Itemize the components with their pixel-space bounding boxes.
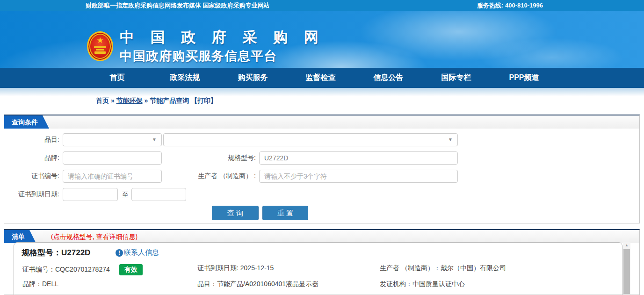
- list-panel-title: 清单: [4, 230, 36, 243]
- manufacturer-input[interactable]: [259, 170, 458, 183]
- expiry-date-to-input[interactable]: [131, 188, 186, 201]
- nav-item-purchase-service[interactable]: 购买服务: [219, 73, 287, 83]
- chevron-down-icon: ▼: [152, 134, 157, 146]
- site-title-main: 中 国 政 府 采 购 网: [120, 28, 325, 47]
- nav-gradient-fade: [0, 88, 644, 96]
- category-value: 品目：节能产品/A0201060401液晶显示器: [197, 280, 318, 288]
- query-panel-header: 查询条件: [4, 115, 639, 129]
- chevron-down-icon: ▼: [448, 134, 453, 146]
- site-title-sub: 中国政府购买服务信息平台: [120, 48, 325, 65]
- nav-item-ppp[interactable]: PPP频道: [490, 73, 558, 83]
- result-card: 规格型号：U2722D ! 联系人信息 证书编号：CQC20701278274 …: [14, 242, 622, 295]
- emblem-gate-shape: [94, 51, 106, 54]
- manufacturer-label: 生产者 （制造商） :: [145, 170, 256, 182]
- print-link[interactable]: 【打印】: [191, 97, 217, 104]
- breadcrumb-separator: »: [144, 97, 148, 104]
- reset-button[interactable]: 重 置: [262, 206, 308, 220]
- certificate-expiry-label: 证书到期日期:: [4, 188, 59, 201]
- national-emblem-icon: ★: [87, 31, 113, 61]
- category-label: 品目:: [4, 133, 59, 146]
- breadcrumb-separator: »: [111, 97, 115, 104]
- chevron-up-icon[interactable]: ▲: [623, 242, 630, 249]
- brand-label: 品牌:: [4, 151, 59, 164]
- category-select-level2[interactable]: ▼: [163, 133, 458, 146]
- breadcrumb-section[interactable]: 节能环保: [116, 97, 143, 104]
- emblem-gate-shape: [94, 46, 106, 48]
- certificate-expiry-value: 证书到期日期: 2025-12-15: [197, 264, 274, 273]
- top-bar: 财政部唯一指定政府采购信息网络发布媒体 国家级政府采购专业网站 服务热线: 40…: [0, 0, 644, 11]
- model-input[interactable]: [259, 151, 458, 165]
- nav-item-home[interactable]: 首页: [83, 73, 151, 83]
- nav-item-regulations[interactable]: 政采法规: [151, 73, 219, 83]
- breadcrumb-home[interactable]: 首页: [96, 97, 109, 104]
- date-range-to-label: 至: [122, 188, 129, 201]
- contact-info-link[interactable]: ! 联系人信息: [116, 248, 159, 257]
- scrollbar-thumb[interactable]: [623, 249, 630, 294]
- result-model-link[interactable]: 规格型号：U2722D: [22, 247, 90, 258]
- issuer-value: 发证机构：中国质量认证中心: [380, 280, 465, 288]
- site-title: 中 国 政 府 采 购 网 中国政府购买服务信息平台 www.ccgp.gov.…: [120, 28, 325, 68]
- site-header: ★ 中 国 政 府 采 购 网 中国政府购买服务信息平台 www.ccgp.go…: [0, 11, 644, 68]
- certificate-no-label: 证书编号:: [4, 170, 59, 182]
- model-label: 规格型号:: [145, 151, 256, 164]
- query-panel-title: 查询条件: [4, 115, 49, 129]
- breadcrumb: 首页 » 节能环保 » 节能产品查询 【打印】: [96, 97, 217, 105]
- query-conditions-panel: 查询条件 品目: ▼ ▼ 品牌: 规格型号: 证书编号: 生产者 （制造商） :…: [4, 115, 640, 223]
- breadcrumb-current-page: 节能产品查询: [150, 97, 189, 104]
- brand-value: 品牌：DELL: [22, 280, 58, 288]
- manufacturer-value: 生产者 （制造商）：戴尔（中国）有限公司: [380, 264, 506, 273]
- list-panel-header: 清单 (点击规格型号, 查看详细信息): [4, 230, 639, 243]
- contact-info-label: 联系人信息: [124, 248, 159, 257]
- info-icon: !: [116, 249, 123, 257]
- list-panel-hint: (点击规格型号, 查看详细信息): [51, 230, 137, 243]
- emblem-star-icon: ★: [96, 36, 103, 45]
- category-select-level1[interactable]: ▼: [63, 133, 162, 146]
- nav-item-international[interactable]: 国际专栏: [422, 73, 490, 83]
- service-hotline: 服务热线: 400-810-1996: [477, 0, 543, 11]
- emblem-gate-shape: [96, 49, 104, 50]
- expiry-date-from-input[interactable]: [63, 188, 118, 201]
- result-list-panel: 清单 (点击规格型号, 查看详细信息) 规格型号：U2722D ! 联系人信息 …: [4, 229, 640, 295]
- vertical-scrollbar[interactable]: ▲: [623, 242, 630, 295]
- search-button[interactable]: 查 询: [212, 206, 259, 220]
- status-badge: 有效: [119, 264, 143, 275]
- certificate-no-value: 证书编号：CQC20701278274: [22, 266, 110, 274]
- main-nav: 首页 政采法规 购买服务 监督检查 信息公告 国际专栏 PPP频道: [0, 68, 644, 88]
- site-slogan: 财政部唯一指定政府采购信息网络发布媒体 国家级政府采购专业网站: [86, 0, 270, 11]
- nav-item-announcements[interactable]: 信息公告: [355, 73, 422, 83]
- nav-item-supervision[interactable]: 监督检查: [287, 73, 355, 83]
